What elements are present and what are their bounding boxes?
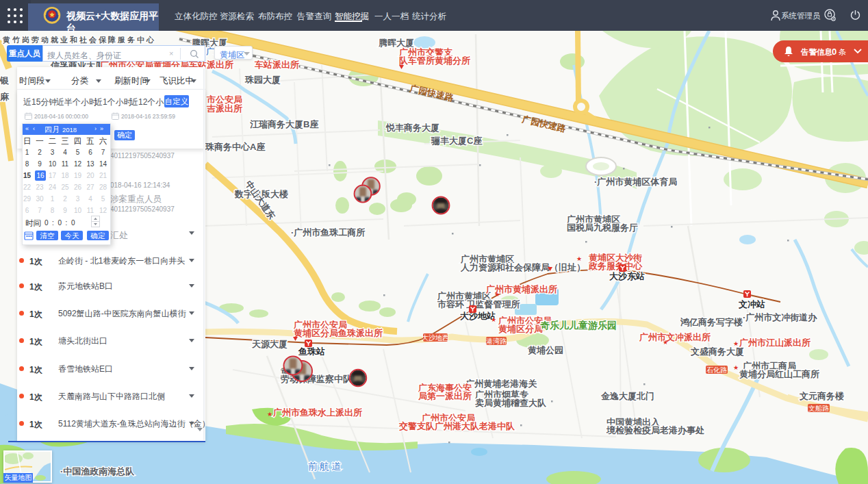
- svg-text:境检验检疫局老港办事处: 境检验检疫局老港办事处: [606, 425, 704, 435]
- svg-text:文盛商务大厦: 文盛商务大厦: [690, 346, 744, 357]
- svg-text:·广州黄埔老港海关: ·广州黄埔老港海关: [463, 379, 537, 389]
- svg-text:★: ★: [733, 364, 739, 371]
- svg-text:★: ★: [267, 411, 272, 418]
- svg-text:广州市文冲派出所: 广州市文冲派出所: [639, 332, 711, 342]
- svg-text:黄竹岗劳动就业和社会保障服务中心: 黄竹岗劳动就业和社会保障服务中心: [2, 35, 156, 44]
- svg-text:局第一派出所: 局第一派出所: [418, 391, 472, 401]
- svg-text:麻: 麻: [0, 92, 10, 102]
- svg-text:交警支队广州港大队老港中队: 交警支队广州港大队老港中队: [398, 421, 515, 431]
- svg-text:·中国渔政南海总队: ·中国渔政南海总队: [60, 466, 135, 476]
- svg-text:★: ★: [494, 291, 500, 298]
- svg-text:天源大厦: 天源大厦: [251, 339, 288, 349]
- svg-text:队车管所黄埔分所: 队车管所黄埔分所: [399, 55, 470, 66]
- svg-text:★: ★: [733, 340, 739, 347]
- svg-text:车站派出所: 车站派出所: [254, 60, 299, 70]
- svg-text:江瑞商务大厦B座: 江瑞商务大厦B座: [250, 119, 318, 129]
- svg-text:吉派出所: 吉派出所: [207, 103, 242, 114]
- svg-text:黄埔分局红山工商所: 黄埔分局红山工商所: [739, 369, 819, 379]
- svg-text:珠园大厦: 珠园大厦: [244, 75, 281, 85]
- svg-text:悦丰商务大厦: 悦丰商务大厦: [385, 123, 439, 133]
- svg-text:骊丰大厦C座: 骊丰大厦C座: [431, 136, 482, 146]
- svg-text:鸿亿商务写字楼: 鸿亿商务写字楼: [680, 317, 743, 327]
- svg-text:前航道: 前航道: [308, 461, 343, 472]
- svg-text:珠商务中心A座: 珠商务中心A座: [205, 142, 265, 152]
- svg-text:腾晖大厦: 腾晖大厦: [378, 38, 414, 48]
- svg-text:人力资源和社会保障局（旧址）: 人力资源和社会保障局（旧址）: [460, 262, 585, 272]
- svg-text:·广州市文冲街道办: ·广州市文冲街道办: [743, 312, 817, 322]
- svg-text:大沙东站: 大沙东站: [609, 271, 645, 281]
- svg-text:港湾路: 港湾路: [486, 337, 507, 345]
- svg-text:银: 银: [0, 75, 10, 86]
- svg-text:鱼珠站: 鱼珠站: [298, 346, 325, 357]
- svg-text:国税局九税服务厅: 国税局九税服务厅: [567, 222, 638, 233]
- svg-text:大沙地西: 大沙地西: [422, 334, 449, 342]
- svg-text:文船路: 文船路: [808, 405, 829, 412]
- svg-text:石化路: 石化路: [706, 366, 727, 374]
- svg-text:奇乐儿儿童游乐园: 奇乐儿儿童游乐园: [540, 320, 617, 331]
- svg-text:劳动保障监察中队: 劳动保障监察中队: [280, 374, 353, 384]
- svg-text:广州市鱼珠水上派出所: 广州市鱼珠水上派出所: [272, 407, 362, 418]
- svg-text:广州市江山派出所: 广州市江山派出所: [739, 337, 810, 348]
- svg-text:黄埔区分局: 黄埔区分局: [498, 324, 543, 334]
- svg-text:★: ★: [491, 316, 496, 323]
- svg-text:卖局黄埔稽查大队: 卖局黄埔稽查大队: [475, 398, 547, 408]
- svg-text:文冲站: 文冲站: [738, 299, 765, 309]
- svg-text:黄埔区分局鱼珠派出所: 黄埔区分局鱼珠派出所: [293, 328, 383, 338]
- svg-text:·广州市鱼珠工商所: ·广州市鱼珠工商所: [291, 227, 365, 238]
- svg-text:文元商务楼: 文元商务楼: [799, 391, 845, 401]
- svg-text:·广州市黄埔区体育局: ·广州市黄埔区体育局: [594, 177, 677, 187]
- svg-text:市容环 卫监督管理所: 市容环 卫监督管理所: [437, 299, 520, 309]
- svg-text:★: ★: [663, 339, 668, 346]
- svg-text:黄埔公园: 黄埔公园: [527, 345, 563, 355]
- svg-text:金逸大厦北门: 金逸大厦北门: [600, 391, 654, 401]
- svg-text:★: ★: [576, 255, 582, 262]
- svg-text:政务服务中心: 政务服务中心: [588, 261, 643, 271]
